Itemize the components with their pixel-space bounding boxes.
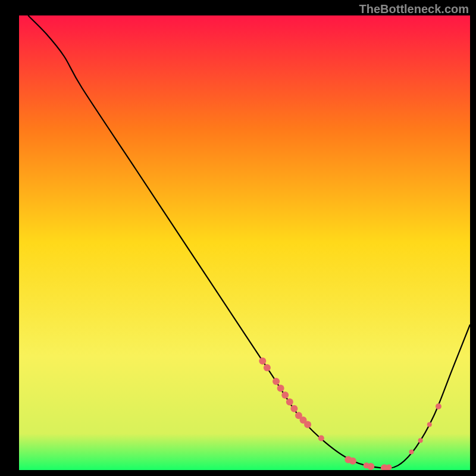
gradient-background [19,15,470,470]
data-marker [259,358,266,365]
data-marker [386,464,392,470]
data-marker [318,436,324,441]
bottleneck-chart [19,15,470,470]
data-marker [418,438,423,443]
data-marker [409,449,414,454]
data-marker [264,364,271,371]
data-marker [304,421,311,428]
watermark-text: TheBottleneck.com [359,2,469,16]
data-marker [281,392,289,399]
data-marker [290,405,298,412]
chart-svg [19,15,470,470]
data-marker [286,398,293,405]
data-marker [367,463,374,470]
data-marker [436,403,441,409]
data-marker [277,384,284,392]
data-marker [427,422,432,427]
data-marker [273,378,280,385]
data-marker [349,458,356,465]
